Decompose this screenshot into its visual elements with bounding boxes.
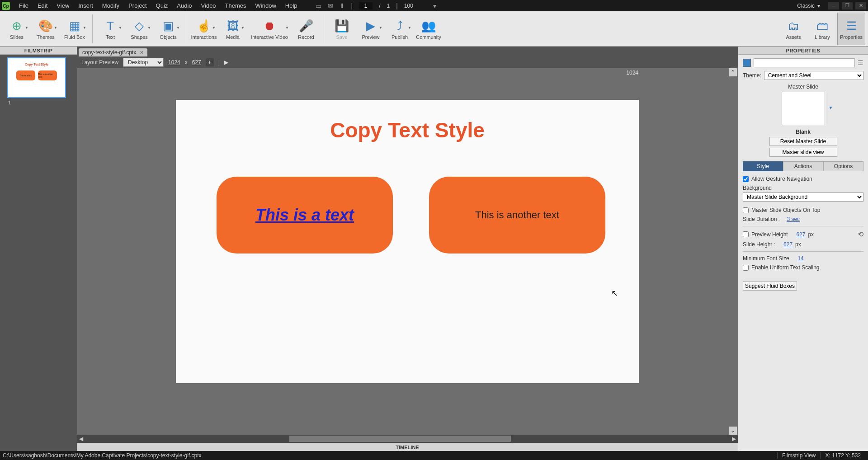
themes-button[interactable]: 🎨▼Themes — [32, 13, 60, 45]
add-breakpoint-button[interactable]: + — [206, 58, 214, 66]
stage-viewport[interactable]: 1024 ⌃ Copy Text Style This is a text Th… — [77, 68, 738, 443]
play-icon: ▶ — [366, 18, 375, 34]
gesture-nav-checkbox[interactable] — [743, 176, 749, 182]
download-icon[interactable]: ⬇ — [340, 2, 345, 9]
chevron-down-icon: ▼ — [25, 26, 28, 30]
menu-view[interactable]: View — [52, 2, 74, 9]
text-button[interactable]: T▼Text — [96, 13, 124, 45]
app-logo-icon: Cp — [2, 2, 10, 10]
filmstrip-panel: FILMSTRIP Copy Text Style This is a text… — [0, 47, 77, 451]
library-button[interactable]: 🗃Library — [808, 13, 836, 45]
preview-button[interactable]: ▶▼Preview — [357, 13, 385, 45]
devices-icon[interactable]: ▭ — [316, 2, 321, 9]
status-view: Filmstrip View — [777, 452, 820, 459]
separator — [92, 14, 93, 43]
community-button[interactable]: 👥Community — [415, 13, 443, 45]
minimize-button[interactable]: ─ — [828, 2, 839, 9]
slides-icon: ⊕ — [12, 18, 22, 34]
page-sep: / — [379, 3, 380, 9]
play-icon[interactable]: ▶ — [224, 59, 228, 66]
scroll-up-button[interactable]: ⌃ — [729, 68, 737, 76]
master-view-button[interactable]: Master slide view — [769, 148, 837, 157]
smart-shape-2[interactable]: This is another text — [429, 177, 605, 253]
menu-audio[interactable]: Audio — [172, 2, 196, 9]
separator-icon: | — [351, 2, 353, 9]
timeline-header[interactable]: TIMELINE — [77, 443, 738, 451]
menu-window[interactable]: Window — [251, 2, 281, 9]
shapes-button[interactable]: ◇▼Shapes — [125, 13, 153, 45]
workspace-picker[interactable]: Classic ▾ — [797, 3, 820, 9]
thumb-title: Copy Text Style — [25, 63, 48, 66]
mail-icon[interactable]: ✉ — [328, 2, 333, 9]
menu-insert[interactable]: Insert — [74, 2, 98, 9]
hand-icon: ☝ — [197, 18, 211, 34]
preview-height-value[interactable]: 627 — [796, 231, 805, 238]
uniform-scaling-checkbox[interactable] — [743, 265, 749, 271]
interactions-button[interactable]: ☝▼Interactions — [190, 13, 218, 45]
theme-select[interactable]: Cement and Steel — [764, 71, 863, 80]
menu-file[interactable]: File — [14, 2, 33, 9]
text-caption-2[interactable]: This is another text — [475, 209, 559, 221]
slide-duration-value[interactable]: 3 sec — [787, 216, 800, 222]
library-icon: 🗃 — [816, 18, 828, 34]
chevron-down-icon[interactable]: ▾ — [433, 2, 436, 9]
reset-master-button[interactable]: Reset Master Slide — [769, 137, 837, 146]
master-slide-thumbnail[interactable] — [782, 92, 825, 125]
close-icon[interactable]: ✕ — [140, 50, 144, 56]
menu-quiz[interactable]: Quiz — [151, 2, 173, 9]
slide-thumbnail[interactable]: Copy Text Style This is a text This is a… — [7, 57, 66, 98]
slide-height-value[interactable]: 627 — [783, 241, 793, 248]
assets-button[interactable]: 🗂Assets — [779, 13, 807, 45]
document-tab[interactable]: copy-text-style-gif.cptx ✕ — [79, 48, 147, 56]
unlink-icon[interactable]: ⟲ — [858, 230, 863, 239]
scroll-left-button[interactable]: ◀ — [77, 435, 85, 443]
horizontal-scrollbar[interactable]: ◀ ▶ — [77, 435, 738, 443]
slide-title-text[interactable]: Copy Text Style — [176, 118, 639, 142]
chevron-down-icon: ▼ — [83, 26, 86, 30]
menu-modify[interactable]: Modify — [98, 2, 124, 9]
menu-edit[interactable]: Edit — [33, 2, 52, 9]
statusbar: C:\Users\saghosh\Documents\My Adobe Capt… — [0, 451, 868, 460]
menu-project[interactable]: Project — [124, 2, 151, 9]
close-button[interactable]: ✕ — [855, 2, 866, 9]
chevron-down-icon[interactable]: ▼ — [829, 105, 833, 110]
interactive-video-button[interactable]: ⏺▼Interactive Video — [248, 13, 291, 45]
media-button[interactable]: 🖼▼Media — [219, 13, 247, 45]
page-current-input[interactable]: 1 — [359, 2, 373, 9]
document-tab-label: copy-text-style-gif.cptx — [82, 49, 136, 56]
maximize-button[interactable]: ❐ — [842, 2, 853, 9]
scroll-down-button[interactable]: ⌄ — [729, 427, 737, 435]
tab-actions[interactable]: Actions — [783, 161, 823, 171]
min-font-value[interactable]: 14 — [797, 255, 803, 262]
unit-px: px — [795, 241, 801, 248]
preview-height-checkbox[interactable] — [743, 231, 749, 237]
zoom-input[interactable]: 100 — [404, 3, 427, 9]
menu-help[interactable]: Help — [281, 2, 302, 9]
suggest-fluidboxes-button[interactable]: Suggest Fluid Boxes — [743, 282, 797, 291]
background-select[interactable]: Master Slide Background — [743, 192, 863, 202]
list-menu-icon[interactable]: ☰ — [858, 59, 863, 66]
tab-style[interactable]: Style — [743, 161, 783, 171]
menu-themes[interactable]: Themes — [221, 2, 251, 9]
properties-button[interactable]: ☰Properties — [837, 13, 865, 45]
text-caption-1[interactable]: This is a text — [255, 206, 354, 225]
object-name-input[interactable] — [754, 58, 855, 67]
min-font-label: Minimum Font Size — [743, 255, 789, 262]
fluidbox-button[interactable]: ▦▼Fluid Box — [61, 13, 89, 45]
tab-options[interactable]: Options — [823, 161, 863, 171]
slide-canvas[interactable]: Copy Text Style This is a text This is a… — [176, 100, 639, 383]
slides-button[interactable]: ⊕▼Slides — [3, 13, 31, 45]
scrollbar-thumb[interactable] — [289, 436, 511, 442]
chevron-down-icon: ▼ — [147, 26, 151, 30]
device-select[interactable]: Desktop — [123, 58, 164, 67]
stage-width[interactable]: 1024 — [168, 59, 180, 66]
objects-on-top-checkbox[interactable] — [743, 207, 749, 213]
menu-video[interactable]: Video — [197, 2, 221, 9]
smart-shape-1[interactable]: This is a text — [217, 177, 393, 253]
objects-button[interactable]: ▣▼Objects — [154, 13, 182, 45]
record-button[interactable]: 🎤Record — [292, 13, 320, 45]
scroll-right-button[interactable]: ▶ — [730, 435, 738, 443]
stage-height[interactable]: 627 — [192, 59, 201, 66]
publish-button[interactable]: ⤴▼Publish — [386, 13, 414, 45]
object-color-swatch[interactable] — [743, 59, 751, 67]
